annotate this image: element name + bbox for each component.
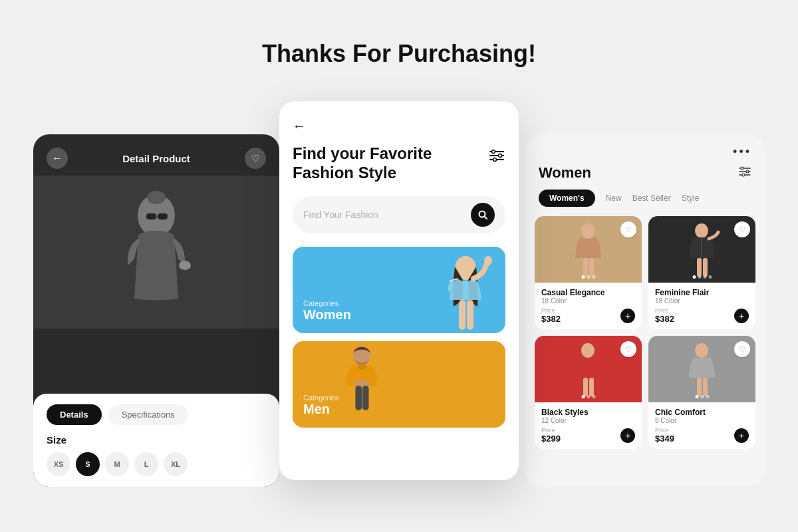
detail-title: Detail Product [122,153,190,164]
add-product-3-button[interactable]: + [620,428,635,443]
center-content: Find your Favorite Fashion Style Find Yo [279,144,519,428]
category-men-name: Men [303,402,338,417]
detail-tabs: Details Specifications [47,404,266,425]
product-model-4 [684,341,720,398]
svg-rect-4 [158,213,168,219]
screen-center: ← Find your Favorite Fashion Style [279,101,519,480]
product-image-2: ♡ [648,216,755,283]
size-xs[interactable]: XS [47,452,70,476]
category-women-card[interactable]: Categories Women [293,247,505,333]
filter-icon-right[interactable] [738,165,751,181]
product-3-name: Black Styles [541,408,635,417]
find-title-line1: Find your Favorite [293,144,432,164]
size-l[interactable]: L [134,452,158,476]
product-1-price-block: Price $382 [541,307,561,324]
tab-style[interactable]: Style [682,194,700,203]
product-2-price-label: Price [655,307,674,314]
size-m[interactable]: M [105,452,129,476]
product-3-colors: 12 Color [541,417,635,424]
page-title: Thanks For Purchasing! [262,40,536,68]
detail-bottom-panel: Details Specifications Size XS S M L XL [33,394,279,487]
tab-womens[interactable]: Women's [539,190,595,207]
svg-point-28 [741,167,743,170]
add-product-2-button[interactable]: + [734,309,749,323]
product-1-price: $382 [541,314,561,324]
category-women-text: Categories Women [303,299,351,323]
product-2-price: $382 [655,314,674,324]
product-2-name: Feminine Flair [655,288,749,297]
size-xl[interactable]: XL [164,452,188,476]
center-title-row: Find your Favorite Fashion Style [293,144,505,183]
favorite-product-3[interactable]: ♡ [620,341,636,357]
add-product-4-button[interactable]: + [734,428,749,443]
screen-left: ← Detail Product ♡ [33,134,279,487]
svg-rect-33 [589,258,594,277]
find-title-line2: Fashion Style [293,164,432,183]
tab-specifications[interactable]: Specifications [108,404,188,425]
product-3-price-row: Price $299 + [541,427,635,444]
favorite-product-4[interactable]: ♡ [734,341,750,357]
product-2-info: Feminine Flair 18 Color Price $382 + [648,283,755,329]
product-2-price-row: Price $382 + [655,307,749,324]
product-1-price-label: Price [541,307,561,314]
search-placeholder: Find Your Fashion [303,209,471,220]
product-image-3: ♡ [535,336,642,402]
favorite-button-left[interactable]: ♡ [245,148,266,169]
search-bar[interactable]: Find Your Fashion [293,196,505,233]
product-card-4: ♡ Chic Comfort 8 Color Price $349 + [648,336,755,449]
right-header: ••• [525,134,765,164]
svg-rect-41 [697,378,702,396]
product-image-1: ♡ [535,216,642,283]
svg-rect-23 [356,386,362,410]
product-1-info: Casual Elegance 18 Color Price $382 + [535,283,642,329]
products-grid: ♡ Casual Elegance 18 Color Price $382 + [525,216,765,449]
product-3-dots [581,395,595,398]
add-product-1-button[interactable]: + [620,309,635,323]
size-options: XS S M L XL [47,452,266,476]
tab-best-seller[interactable]: Best Seller [632,194,671,203]
product-1-price-row: Price $382 + [541,307,635,324]
svg-point-18 [484,256,492,265]
favorite-product-1[interactable]: ♡ [620,221,636,237]
size-s[interactable]: S [76,452,100,476]
back-button-left[interactable]: ← [47,148,68,169]
product-1-dots [581,275,595,279]
product-1-name: Casual Elegance [541,288,635,297]
category-men-card[interactable]: Categories Men [293,341,505,428]
svg-rect-39 [589,378,594,396]
filter-icon-center[interactable] [488,147,505,168]
product-model-image [113,179,200,325]
product-card-1: ♡ Casual Elegance 18 Color Price $382 + [535,216,642,329]
product-4-price-row: Price $349 + [655,427,749,444]
svg-point-10 [492,150,495,154]
category-women-label: Categories [303,299,351,307]
svg-point-30 [742,174,745,176]
product-3-price-label: Price [541,427,561,434]
svg-point-6 [179,261,191,270]
women-category-image [439,253,492,333]
search-button[interactable] [471,203,495,227]
svg-rect-24 [362,386,369,410]
product-model-1 [570,221,606,278]
screens-container: ← Detail Product ♡ [33,101,765,487]
svg-point-12 [493,158,497,162]
more-options-button[interactable]: ••• [733,145,751,159]
product-image-area [33,176,279,329]
product-1-colors: 18 Color [541,297,635,305]
product-4-colors: 8 Color [655,417,749,424]
product-image-4: ♡ [648,336,755,402]
tab-new[interactable]: New [606,194,622,203]
product-2-price-block: Price $382 [655,307,674,324]
svg-point-37 [581,343,595,358]
svg-point-34 [695,223,708,238]
product-3-price: $299 [541,434,561,444]
product-card-2: ♡ Feminine Flair 18 Color Price $382 + [648,216,755,329]
find-fashion-title: Find your Favorite Fashion Style [293,144,432,183]
svg-rect-3 [146,213,156,219]
product-3-price-block: Price $299 [541,427,561,444]
product-4-name: Chic Comfort [655,408,749,417]
favorite-product-2[interactable]: ♡ [734,221,750,237]
category-men-text: Categories Men [303,394,338,417]
back-button-center[interactable]: ← [293,118,306,134]
tab-details[interactable]: Details [47,404,102,425]
